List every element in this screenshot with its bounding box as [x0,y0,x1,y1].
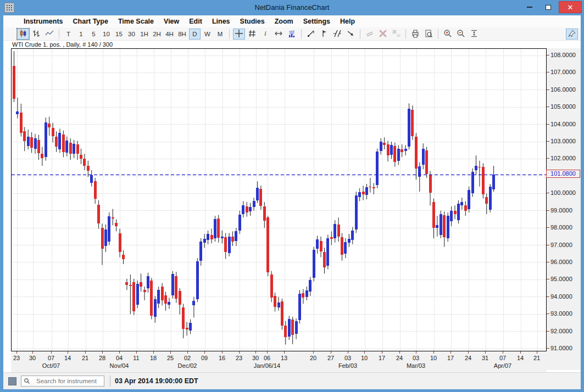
title-bar[interactable]: NetDania FinanceChart ✕ [0,0,584,15]
candlestick-chart[interactable] [12,49,546,351]
timeframe-10m[interactable]: 10 [101,29,112,40]
price-tick [547,193,549,193]
delete-all-lines-icon[interactable]: all [390,29,402,40]
menu-zoom[interactable]: Zoom [270,16,298,26]
time-tick-label: 03 [413,355,419,361]
close-button[interactable]: ✕ [559,1,582,13]
candlestick-chart-icon[interactable] [17,29,29,40]
menu-instruments[interactable]: Instruments [19,16,68,26]
time-tick [284,351,285,354]
fit-vertical-icon[interactable] [468,29,480,40]
timeframe-1m[interactable]: 1 [75,29,87,40]
time-tick-label: 02 [184,355,191,361]
month-label: Apr/07 [494,362,511,369]
menu-edit[interactable]: Edit [184,16,207,26]
menu-settings[interactable]: Settings [298,16,335,26]
price-tick-label: 92.0000 [550,328,572,334]
menu-lines[interactable]: Lines [207,16,235,26]
month-label: Feb/03 [338,362,357,369]
crosshair-icon[interactable] [233,29,245,40]
menu-chart-type[interactable]: Chart Type [68,16,113,26]
search-box[interactable]: .. [21,376,104,387]
line-chart-icon[interactable] [43,29,55,40]
time-tick [382,351,382,354]
timeframe-4h[interactable]: 4H [164,29,175,40]
horizontal-scroll-icon [274,29,283,39]
maximize-button[interactable] [540,1,557,13]
minimize-button[interactable] [521,1,538,13]
svg-text:i: i [264,30,266,37]
timeframe-30m[interactable]: 30 [126,29,137,40]
candlestick-chart-icon [19,29,27,39]
price-tick-label: 91.0000 [550,345,572,351]
window-title: NetDania FinanceChart [0,3,584,12]
chart-plot-area[interactable] [11,48,547,351]
delete-line-icon[interactable] [377,29,389,40]
menu-studies[interactable]: Studies [235,16,270,26]
time-tick-label: 30 [252,355,259,361]
time-tick [51,351,52,354]
timeframe-5m[interactable]: 5 [88,29,99,40]
price-tick [547,227,549,228]
time-tick [255,351,256,354]
pin-icon[interactable] [566,29,578,40]
timeframe-2h[interactable]: 2H [151,29,163,40]
ohlc-bars-icon[interactable] [30,29,42,40]
time-tick-label: 23 [13,355,20,361]
delete-line-icon [379,29,387,39]
zoom-out-icon[interactable] [455,29,467,40]
parallel-lines-icon[interactable] [364,29,376,40]
price-tick-label: 98.0000 [550,224,572,231]
timeframe-daily[interactable]: D [189,29,201,40]
price-tick-label: 106.0000 [550,86,576,93]
menu-view[interactable]: View [159,16,184,26]
ray-line-icon [346,29,355,39]
horizontal-scroll-icon[interactable] [272,29,285,40]
price-tick-label: 97.0000 [550,242,572,248]
search-input[interactable] [36,378,102,384]
time-tick [331,351,331,354]
trend-line-icon[interactable] [305,29,317,40]
vertical-line-icon[interactable] [318,29,330,40]
price-tick [547,124,549,125]
time-tick-label: 13 [281,355,287,361]
price-tick-label: 108.0000 [550,52,576,58]
status-square-icon[interactable] [8,377,16,385]
timeframe-monthly[interactable]: M [214,29,226,40]
toolbar-separator [229,29,230,39]
ray-line-icon[interactable] [344,29,357,40]
time-tick-label: 04 [116,355,123,361]
time-tick-label: 14 [64,355,71,361]
price-tick-label: 96.0000 [550,259,572,265]
menu-bar: InstrumentsChart TypeTime ScaleViewEditL… [3,15,581,27]
time-tick [170,351,171,354]
time-tick [537,351,537,354]
time-tick [399,351,400,354]
time-axis[interactable]: 2330071421280411182502091623300613202703… [11,351,547,372]
price-tick [547,55,549,55]
timeframe-1h[interactable]: 1H [138,29,150,40]
volume-icon[interactable]: vol [286,29,298,40]
time-tick [450,351,451,354]
fit-vertical-icon [470,29,479,39]
toolbar-separator [405,29,406,39]
parallel-channel-icon [333,29,342,39]
grid-icon[interactable] [246,29,258,40]
timeframe-15m[interactable]: 15 [113,29,125,40]
price-tick [547,210,549,211]
menu-help[interactable]: Help [335,16,360,26]
toolbar-right [565,29,579,40]
zoom-in-icon[interactable] [442,29,454,40]
print-preview-icon[interactable] [422,29,435,40]
print-icon[interactable] [409,29,421,40]
timeframe-8h[interactable]: 8H [176,29,188,40]
info-icon[interactable]: i [259,29,271,40]
timeframe-weekly[interactable]: W [202,29,213,40]
timeframe-tick[interactable]: T [63,29,74,40]
price-tick [547,313,549,314]
price-axis[interactable]: 108.0000107.0000106.0000105.0000104.0000… [547,48,581,370]
parallel-channel-icon[interactable] [331,29,343,40]
time-tick [119,351,120,354]
menu-time-scale[interactable]: Time Scale [113,16,159,26]
time-tick-label: 21 [533,355,540,361]
